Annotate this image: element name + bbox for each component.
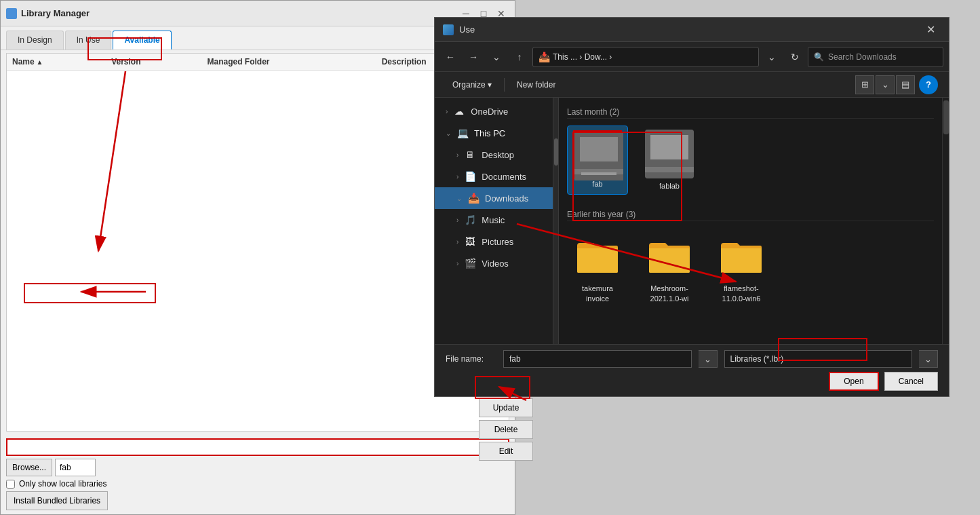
file-dialog: Use ✕ ← → ⌄ ↑ 📥 This ... › Dow... › ⌄ ↻ … [434,17,949,397]
file-item-flameshot[interactable]: flameshot-11.0.0-win6 [711,228,772,307]
open-button[interactable]: Open [829,372,878,391]
up-button[interactable]: ↑ [509,47,530,66]
browse-button[interactable]: Browse... [6,459,52,476]
downloads-icon: 📥 [467,193,479,204]
local-libraries-label: Only show local libraries [19,479,106,489]
sidebar-item-documents[interactable]: › 📄 Documents [435,166,553,187]
install-bundled-button[interactable]: Install Bundled Libraries [6,491,108,510]
view-large-icon[interactable]: ⊞ [855,75,874,94]
pictures-icon: 🖼 [464,236,476,247]
delete-button[interactable]: Delete [479,420,533,439]
filetype-input[interactable] [724,350,913,368]
sidebar-label-music: Music [482,215,505,225]
sidebar-scroll-thumb [554,138,558,166]
dropdown-button[interactable]: ⌄ [762,47,782,66]
sidebar-label-pictures: Pictures [482,237,513,247]
file-item-fablab[interactable]: fablab [639,126,700,195]
meshroom-file-label: Meshroom-2021.1.0-wi [643,284,696,303]
col-managed-folder[interactable]: Managed Folder [201,54,376,71]
edit-button[interactable]: Edit [479,442,533,461]
svg-rect-6 [645,167,694,172]
expand-button[interactable]: ⌄ [486,47,507,66]
chevron-right-icon-docs: › [456,173,458,180]
col-name[interactable]: Name [7,54,106,71]
filetype-dropdown[interactable]: ⌄ [919,350,938,368]
col-version[interactable]: Version [106,54,201,71]
fd-title: Use [443,24,475,35]
tab-in-use[interactable]: In Use [65,31,112,50]
sidebar-item-pictures[interactable]: › 🖼 Pictures [435,231,553,252]
fd-navbar: ← → ⌄ ↑ 📥 This ... › Dow... › ⌄ ↻ 🔍 Sear… [435,42,949,72]
takemura-folder-icon [573,232,622,281]
sidebar-item-downloads[interactable]: ⌄ 📥 Downloads [435,187,553,209]
sidebar-item-onedrive[interactable]: › ☁ OneDrive [435,100,553,122]
help-button[interactable]: ? [919,75,938,94]
meshroom-folder-icon [645,232,694,281]
lib-manager-title-text: Library Manager [21,8,90,18]
lib-browse-row: Browse... [6,459,509,476]
filename-dropdown[interactable]: ⌄ [699,350,718,368]
fab-thumbnail [573,130,622,179]
new-folder-button[interactable]: New folder [510,75,562,94]
svg-rect-3 [581,172,616,175]
organize-button[interactable]: Organize ▾ [446,75,498,94]
sidebar-item-desktop[interactable]: › 🖥 Desktop [435,144,553,166]
music-icon: 🎵 [464,214,476,225]
svg-rect-5 [650,135,688,159]
filename-row: File name: ⌄ ⌄ [446,350,938,368]
dialog-buttons: Open Cancel [446,372,938,391]
chevron-right-icon-music: › [456,216,458,224]
videos-icon: 🎬 [464,258,476,269]
sidebar-item-thispc[interactable]: ⌄ 💻 This PC [435,122,553,144]
update-button[interactable]: Update [479,398,533,417]
fablab-thumbnail [645,130,694,178]
filename-input[interactable] [503,350,692,368]
desktop-icon: 🖥 [464,149,476,160]
files-scroll-thumb [943,100,949,134]
lib-path-input[interactable] [6,438,509,456]
lib-bottom: Browse... Only show local libraries Inst… [1,434,515,514]
sidebar-item-music[interactable]: › 🎵 Music [435,209,553,231]
fd-sidebar: › ☁ OneDrive ⌄ 💻 This PC › 🖥 Desktop › 📄… [435,98,553,344]
fd-titlebar: Use ✕ [435,18,949,42]
tab-in-design[interactable]: In Design [6,31,64,50]
fd-bottom: File name: ⌄ ⌄ Open Cancel [435,344,949,396]
file-item-fab[interactable]: fab [567,126,628,195]
forward-button[interactable]: → [463,47,484,66]
fd-files[interactable]: Last month (2) fab [559,98,942,344]
lib-manager-app-icon [6,8,17,19]
view-preview[interactable]: ▤ [896,75,915,94]
sidebar-label-desktop: Desktop [482,150,514,160]
sidebar-scrollbar[interactable] [553,98,559,344]
view-buttons: ⊞ ⌄ ▤ ? [855,75,938,94]
chevron-right-icon: › [446,108,448,115]
sidebar-label-documents: Documents [482,172,526,182]
thispc-icon: 💻 [456,128,469,138]
folder-svg-2 [648,239,691,274]
cancel-button[interactable]: Cancel [884,372,938,391]
fd-search-box[interactable]: 🔍 Search Downloads [808,47,943,67]
fd-breadcrumb[interactable]: 📥 This ... › Dow... › [532,47,759,67]
fab-input[interactable] [55,459,96,476]
files-scrollbar[interactable] [942,98,949,344]
view-dropdown[interactable]: ⌄ [876,75,895,94]
svg-rect-1 [580,137,618,161]
fd-close-button[interactable]: ✕ [921,20,941,39]
lib-manager-title: Library Manager [6,8,90,19]
fd-title-text: Use [459,24,475,35]
earlier-year-grid: takemura invoice Meshroom-2021.1.0-wi [567,228,934,307]
flameshot-file-label: flameshot-11.0.0-win6 [715,284,768,303]
file-item-takemura[interactable]: takemura invoice [567,228,628,307]
takemura-file-label: takemura invoice [571,284,624,303]
local-libraries-checkbox[interactable] [6,480,15,489]
back-button[interactable]: ← [440,47,460,66]
chevron-down-icon-downloads: ⌄ [456,195,462,202]
breadcrumb-icon: 📥 [538,52,550,62]
sidebar-item-videos[interactable]: › 🎬 Videos [435,252,553,274]
fab-thumb-svg [574,132,623,180]
refresh-button[interactable]: ↻ [785,47,805,66]
tab-available[interactable]: Available [113,31,171,50]
file-item-meshroom[interactable]: Meshroom-2021.1.0-wi [639,228,700,307]
filename-label: File name: [446,354,496,364]
chevron-down-icon: ⌄ [446,130,451,137]
